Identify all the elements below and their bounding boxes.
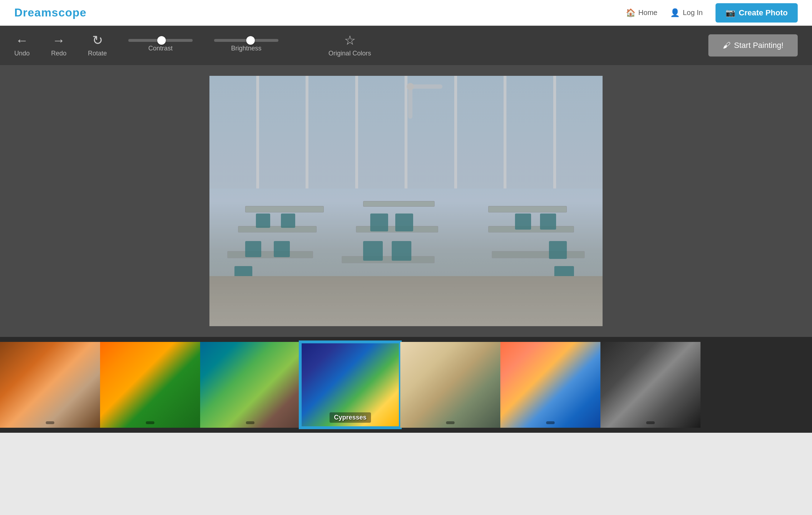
desk-row1-right <box>488 206 567 212</box>
style-boats-preview <box>400 342 500 428</box>
redo-label: Redo <box>51 50 66 57</box>
login-nav-item[interactable]: Log In <box>670 8 703 18</box>
desk-row3-right <box>492 251 585 258</box>
chair-4 <box>274 241 290 257</box>
style-abstract-preview <box>200 342 300 428</box>
style-thumb-boats[interactable] <box>400 342 500 428</box>
desk-row2-right <box>488 226 574 232</box>
chair-8 <box>363 241 383 261</box>
login-label: Log In <box>683 9 703 17</box>
brightness-control[interactable]: Brightness <box>214 39 278 52</box>
toolbar: ← Undo → Redo ↻ Rotate Contrast Brightne… <box>0 26 812 65</box>
style-impressionist-preview <box>500 342 600 428</box>
chair-9 <box>392 241 411 261</box>
logo[interactable]: Dreamscope <box>14 6 86 19</box>
create-photo-label: Create Photo <box>739 8 788 18</box>
rotate-label: Rotate <box>88 50 107 57</box>
style-man-label <box>646 421 655 424</box>
chair-12 <box>549 241 567 259</box>
desk-row2-left <box>238 226 317 232</box>
style-thumb-starry[interactable]: Cypresses <box>300 342 400 428</box>
chair-3 <box>245 241 261 257</box>
chair-7 <box>395 214 413 231</box>
rotate-button[interactable]: ↻ Rotate <box>88 34 107 57</box>
contrast-label: Contrast <box>148 45 173 52</box>
star-icon: ☆ <box>344 34 356 47</box>
original-colors-label: Original Colors <box>328 50 371 57</box>
classroom-scene <box>209 76 603 326</box>
window-frame-6 <box>457 76 507 188</box>
window-frame-3 <box>308 76 358 188</box>
style-autumn-label <box>146 421 154 424</box>
main-area <box>0 65 812 337</box>
brightness-slider-track[interactable] <box>214 39 278 42</box>
home-label: Home <box>638 9 657 17</box>
style-impressionist-label <box>546 421 555 424</box>
desk-row1-mid <box>363 201 435 207</box>
style-thumb-man[interactable] <box>600 342 700 428</box>
user-icon <box>670 8 680 18</box>
classroom-floor <box>209 276 603 326</box>
header: Dreamscope Home Log In Create Photo <box>0 0 812 26</box>
style-thumb-portrait[interactable] <box>0 342 100 428</box>
chair-6 <box>370 214 388 231</box>
window-frame-2 <box>259 76 309 188</box>
fan-center <box>407 83 414 90</box>
style-portrait-label <box>46 421 54 424</box>
home-icon <box>626 8 635 18</box>
style-man-preview <box>600 342 700 428</box>
paint-brush-icon <box>723 41 731 50</box>
undo-button[interactable]: ← Undo <box>14 34 30 57</box>
original-colors-button[interactable]: ☆ Original Colors <box>328 34 371 57</box>
start-painting-label: Start Painting! <box>734 41 783 50</box>
fan-blade-2 <box>408 87 412 119</box>
style-starry-preview: Cypresses <box>302 343 399 426</box>
undo-icon: ← <box>16 34 29 47</box>
chair-10 <box>540 214 556 230</box>
desk-row3-mid <box>342 256 435 263</box>
style-abstract-label <box>246 421 254 424</box>
style-boats-label <box>446 421 455 424</box>
window-frame-7 <box>506 76 556 188</box>
start-painting-button[interactable]: Start Painting! <box>708 34 798 57</box>
brightness-label: Brightness <box>231 45 262 52</box>
style-thumb-abstract[interactable] <box>200 342 300 428</box>
home-nav-item[interactable]: Home <box>626 8 657 18</box>
contrast-slider-thumb[interactable] <box>157 36 166 45</box>
contrast-slider-track[interactable] <box>128 39 193 42</box>
redo-button[interactable]: → Redo <box>51 34 66 57</box>
window-frame-8 <box>556 76 603 188</box>
desk-row1-left <box>245 206 324 212</box>
desk-row3-left <box>227 251 313 258</box>
style-thumb-autumn[interactable] <box>100 342 200 428</box>
ceiling-fan <box>375 79 446 94</box>
rotate-icon: ↻ <box>92 34 103 47</box>
create-photo-button[interactable]: Create Photo <box>716 3 798 23</box>
style-starry-label: Cypresses <box>330 412 371 423</box>
camera-icon <box>726 8 735 18</box>
photo-canvas <box>209 76 603 326</box>
contrast-control[interactable]: Contrast <box>128 39 193 52</box>
undo-label: Undo <box>14 50 30 57</box>
style-autumn-preview <box>100 342 200 428</box>
styles-strip: Cypresses <box>0 337 812 433</box>
fan-blade-1 <box>410 84 442 89</box>
chair-1 <box>256 214 270 228</box>
header-nav: Home Log In Create Photo <box>626 3 798 23</box>
chair-11 <box>515 214 531 230</box>
brightness-slider-thumb[interactable] <box>246 36 255 45</box>
chair-2 <box>281 214 295 228</box>
style-thumb-impressionist[interactable] <box>500 342 600 428</box>
redo-icon: → <box>53 34 65 47</box>
window-frame-1 <box>209 76 259 188</box>
style-portrait-preview <box>0 342 100 428</box>
